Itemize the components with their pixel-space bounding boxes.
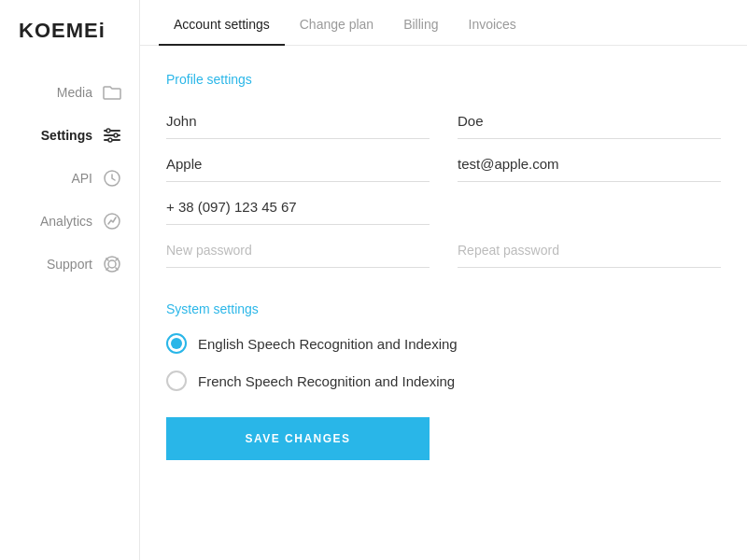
tab-change-plan[interactable]: Change plan (285, 0, 388, 45)
svg-line-12 (116, 259, 119, 261)
profile-settings-section: Profile settings (166, 72, 721, 275)
svg-line-10 (106, 259, 109, 261)
phone-field[interactable] (166, 189, 430, 225)
radio-english-label: English Speech Recognition and Indexing (198, 336, 458, 352)
svg-line-13 (106, 268, 109, 271)
name-row (166, 104, 721, 147)
radio-french-label: French Speech Recognition and Indexing (198, 373, 455, 389)
api-icon (102, 168, 122, 189)
svg-point-9 (108, 260, 116, 268)
first-name-input[interactable] (166, 113, 430, 129)
radio-french[interactable]: French Speech Recognition and Indexing (166, 371, 721, 391)
support-icon (102, 254, 122, 274)
logo: KOEMEi (0, 19, 139, 71)
profile-settings-title: Profile settings (166, 72, 721, 87)
radio-group: English Speech Recognition and Indexing … (166, 333, 721, 391)
phone-input[interactable] (166, 199, 430, 215)
settings-icon (102, 125, 122, 146)
email-field[interactable] (458, 147, 721, 182)
svg-point-4 (114, 133, 118, 137)
company-email-row (166, 147, 721, 189)
sidebar-item-api[interactable]: API (0, 157, 139, 200)
radio-english[interactable]: English Speech Recognition and Indexing (166, 333, 721, 354)
tab-invoices[interactable]: Invoices (454, 0, 531, 45)
first-name-field[interactable] (166, 104, 430, 139)
company-field[interactable] (166, 147, 430, 182)
tab-account-settings[interactable]: Account settings (159, 0, 285, 45)
sidebar-item-settings[interactable]: Settings (0, 114, 139, 157)
system-settings-title: System settings (166, 301, 721, 316)
phone-row (166, 189, 721, 232)
new-password-field[interactable] (166, 232, 430, 268)
svg-line-11 (116, 268, 119, 271)
tabs-bar: Account settings Change plan Billing Inv… (140, 0, 747, 46)
sidebar-item-support[interactable]: Support (0, 243, 139, 286)
repeat-password-input[interactable] (458, 242, 721, 258)
company-input[interactable] (166, 156, 430, 172)
email-input[interactable] (458, 156, 721, 172)
repeat-password-field[interactable] (458, 232, 721, 268)
svg-point-5 (108, 138, 112, 142)
sidebar-nav: Media Settings API (0, 71, 139, 286)
main-content: Account settings Change plan Billing Inv… (140, 0, 747, 560)
password-row (166, 232, 721, 275)
sidebar-item-media[interactable]: Media (0, 71, 139, 114)
phone-spacer (458, 189, 721, 225)
sidebar-item-analytics[interactable]: Analytics (0, 200, 139, 243)
new-password-input[interactable] (166, 242, 430, 258)
radio-english-circle[interactable] (166, 333, 187, 354)
sidebar: KOEMEi Media Settings (0, 0, 140, 560)
folder-icon (102, 82, 122, 103)
save-changes-button[interactable]: SAVE CHANGES (166, 417, 430, 460)
tab-billing[interactable]: Billing (388, 0, 453, 45)
radio-french-circle[interactable] (166, 371, 187, 391)
logo-text: KOEMEi (19, 19, 106, 42)
svg-point-3 (106, 129, 110, 133)
content-area: Profile settings (140, 46, 747, 560)
last-name-input[interactable] (458, 113, 721, 129)
analytics-icon (102, 211, 122, 231)
last-name-field[interactable] (458, 104, 721, 139)
system-settings-section: System settings English Speech Recogniti… (166, 301, 721, 391)
